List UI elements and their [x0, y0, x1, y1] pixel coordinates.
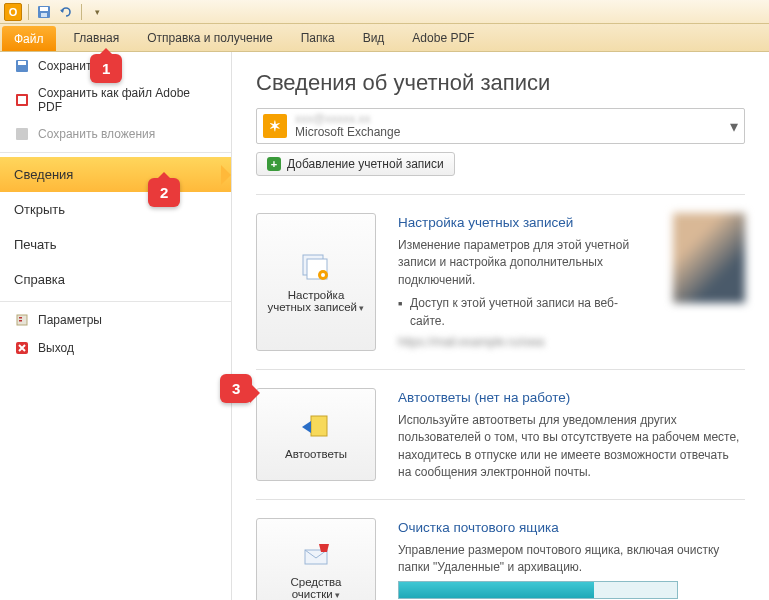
backstage-sidebar: Сохранить Сохранить как файл Adobe PDF С…: [0, 52, 232, 600]
avatar: [673, 213, 745, 303]
section-title: Очистка почтового ящика: [398, 518, 745, 538]
quota-bar: [398, 581, 678, 599]
section-bullet: Доступ к этой учетной записи на веб-сайт…: [398, 295, 651, 330]
sidebar-item-save-pdf[interactable]: Сохранить как файл Adobe PDF: [0, 80, 231, 120]
sidebar-item-help[interactable]: Справка: [0, 262, 231, 297]
cleanup-button[interactable]: Средства очистки: [256, 518, 376, 600]
sidebar-item-label: Сохранить вложения: [38, 127, 155, 141]
annotation-1: 1: [90, 54, 122, 83]
pdf-icon: [14, 92, 30, 108]
svg-rect-10: [19, 320, 22, 322]
svg-rect-16: [311, 416, 327, 436]
add-account-button[interactable]: + Добавление учетной записи: [256, 152, 455, 176]
svg-rect-1: [40, 7, 48, 11]
sidebar-item-open[interactable]: Открыть: [0, 192, 231, 227]
button-label-line1: Настройка: [288, 289, 345, 301]
tab-file[interactable]: Файл: [2, 26, 56, 51]
qat-customize-icon[interactable]: ▾: [88, 3, 106, 21]
account-type: Microsoft Exchange: [295, 126, 722, 139]
account-selector[interactable]: ✶ xxx@xxxxx.xx Microsoft Exchange ▾: [256, 108, 745, 144]
quota-fill: [399, 582, 594, 598]
autoreply-row: Автоответы Автоответы (нет на работе) Ис…: [256, 388, 745, 481]
tab-adobe-pdf[interactable]: Adobe PDF: [398, 24, 488, 51]
account-email: xxx@xxxxx.xx: [295, 113, 722, 126]
autoreply-button[interactable]: Автоответы: [256, 388, 376, 481]
cleanup-row: Средства очистки Очистка почтового ящика…: [256, 518, 745, 600]
sidebar-item-save-attachments: Сохранить вложения: [0, 120, 231, 148]
autoreply-icon: [299, 412, 333, 442]
button-label: Автоответы: [285, 448, 347, 460]
svg-rect-4: [18, 61, 26, 65]
divider: [256, 194, 745, 195]
tab-send-receive[interactable]: Отправка и получение: [133, 24, 286, 51]
svg-rect-2: [41, 13, 47, 17]
button-label-line2: очистки: [292, 588, 341, 600]
annotation-3: 3: [220, 374, 252, 403]
page-title: Сведения об учетной записи: [256, 70, 745, 96]
options-icon: [14, 312, 30, 328]
account-settings-icon: [299, 253, 333, 283]
backstage-content: Сведения об учетной записи ✶ xxx@xxxxx.x…: [232, 52, 769, 600]
svg-point-15: [321, 273, 325, 277]
section-desc: Изменение параметров для этой учетной за…: [398, 237, 651, 289]
section-title: Автоответы (нет на работе): [398, 388, 745, 408]
plus-icon: +: [267, 157, 281, 171]
exchange-icon: ✶: [263, 114, 287, 138]
cleanup-icon: [299, 540, 333, 570]
divider: [81, 4, 82, 20]
divider: [28, 4, 29, 20]
button-label-line2: учетных записей: [268, 301, 365, 313]
sidebar-item-print[interactable]: Печать: [0, 227, 231, 262]
account-settings-row: Настройка учетных записей Настройка учет…: [256, 213, 745, 351]
button-label: Добавление учетной записи: [287, 157, 444, 171]
section-title: Настройка учетных записей: [398, 213, 651, 233]
sidebar-item-options[interactable]: Параметры: [0, 306, 231, 334]
annotation-2: 2: [148, 178, 180, 207]
divider: [0, 301, 231, 302]
quick-access-toolbar: O ▾: [0, 0, 769, 24]
ribbon-tab-bar: Файл Главная Отправка и получение Папка …: [0, 24, 769, 52]
attachment-icon: [14, 126, 30, 142]
sidebar-item-exit[interactable]: Выход: [0, 334, 231, 362]
sidebar-item-label: Сохранить как файл Adobe PDF: [38, 86, 217, 114]
sidebar-item-info[interactable]: Сведения: [0, 157, 231, 192]
sidebar-item-label: Выход: [38, 341, 74, 355]
save-icon[interactable]: [35, 3, 53, 21]
tab-home[interactable]: Главная: [60, 24, 134, 51]
svg-rect-7: [16, 128, 28, 140]
svg-rect-6: [18, 96, 26, 104]
section-desc: Управление размером почтового ящика, вкл…: [398, 542, 745, 577]
chevron-down-icon: ▾: [730, 117, 738, 136]
svg-rect-9: [19, 317, 22, 319]
divider: [256, 499, 745, 500]
tab-folder[interactable]: Папка: [287, 24, 349, 51]
undo-dropdown-icon[interactable]: [57, 3, 75, 21]
save-icon: [14, 58, 30, 74]
sidebar-item-label: Сохранить: [38, 59, 98, 73]
divider: [256, 369, 745, 370]
button-label-line1: Средства: [291, 576, 342, 588]
exit-icon: [14, 340, 30, 356]
section-desc: Используйте автоответы для уведомления д…: [398, 412, 745, 482]
tab-view[interactable]: Вид: [349, 24, 399, 51]
account-settings-button[interactable]: Настройка учетных записей: [256, 213, 376, 351]
sidebar-item-label: Параметры: [38, 313, 102, 327]
account-url[interactable]: https://mail.example.ru/owa: [398, 334, 544, 351]
outlook-app-icon: O: [4, 3, 22, 21]
divider: [0, 152, 231, 153]
